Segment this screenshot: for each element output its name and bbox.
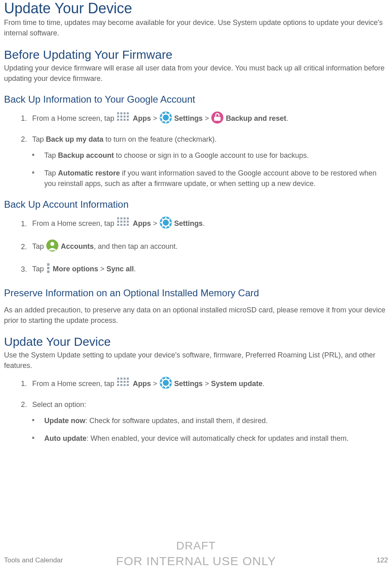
list-item: Select an option: Update now: Check for … [29, 399, 388, 444]
settings-gear-icon [159, 216, 172, 232]
paragraph-before: Updating your device firmware will erase… [4, 63, 388, 84]
label-apps: Apps [133, 380, 151, 388]
list-item: Tap Automatic restore if you want inform… [32, 168, 388, 189]
text: From a Home screen, tap [32, 380, 116, 388]
sublist: Tap Backup account to choose or sign in … [32, 150, 388, 189]
svg-rect-50 [47, 267, 50, 269]
list-item: Tap Back up my data to turn on the featu… [29, 134, 388, 189]
paragraph-preserve: As an added precaution, to preserve any … [4, 305, 388, 326]
list-backup-google: From a Home screen, tap Apps > Settings … [4, 111, 388, 189]
list-backup-account: From a Home screen, tap Apps > Settings.… [4, 216, 388, 277]
svg-rect-11 [127, 119, 129, 121]
svg-rect-49 [47, 263, 50, 266]
text: Select an option: [32, 401, 86, 409]
svg-rect-51 [47, 271, 50, 273]
list-item: Update now: Check for software updates, … [32, 415, 388, 426]
text: , and then tap an account. [94, 243, 177, 251]
settings-gear-icon [159, 111, 172, 127]
text: to choose or sign in to a Google account… [114, 151, 309, 159]
separator: > [203, 114, 211, 122]
text: : When enabled, your device will automat… [87, 434, 349, 442]
text: Tap [32, 243, 46, 251]
svg-rect-26 [120, 217, 122, 219]
svg-rect-33 [117, 224, 119, 226]
svg-rect-59 [127, 381, 129, 383]
apps-grid-icon [116, 217, 131, 231]
svg-rect-30 [120, 221, 122, 223]
text: : Check for software updates, and instal… [85, 417, 268, 425]
list-item: Tap More options > Sync all. [29, 262, 388, 277]
label-backup-my-data: Back up my data [46, 135, 103, 143]
footer-page-number: 122 [377, 556, 388, 566]
svg-rect-6 [124, 116, 126, 118]
list-update-device: From a Home screen, tap Apps > Settings … [4, 376, 388, 444]
svg-rect-62 [124, 384, 126, 386]
label-automatic-restore: Automatic restore [58, 169, 120, 177]
text: Tap [44, 151, 58, 159]
paragraph-intro: From time to time, updates may become av… [4, 17, 388, 38]
separator: > [98, 265, 107, 273]
svg-rect-35 [124, 224, 126, 226]
svg-rect-32 [127, 221, 129, 223]
svg-rect-1 [120, 112, 122, 114]
separator: > [151, 114, 159, 122]
svg-rect-56 [117, 381, 119, 383]
label-accounts: Accounts [61, 243, 94, 251]
svg-rect-5 [120, 116, 122, 118]
svg-rect-2 [124, 112, 126, 114]
label-backup-account: Backup account [58, 151, 114, 159]
heading-backup-account-info: Back Up Account Information [4, 198, 388, 211]
separator: > [151, 220, 159, 228]
apps-grid-icon [116, 377, 131, 392]
svg-rect-55 [127, 378, 129, 380]
text: Tap [32, 265, 46, 273]
svg-rect-31 [124, 221, 126, 223]
separator: > [151, 380, 159, 388]
svg-rect-28 [127, 217, 129, 219]
heading-backup-google: Back Up Information to Your Google Accou… [4, 93, 388, 105]
label-sync-all: Sync all [107, 265, 134, 273]
svg-rect-23 [214, 117, 221, 121]
svg-rect-27 [124, 217, 126, 219]
heading-before-updating: Before Updating Your Firmware [4, 48, 388, 62]
svg-rect-61 [120, 384, 122, 386]
svg-rect-25 [117, 217, 119, 219]
settings-gear-icon [159, 376, 172, 392]
svg-rect-0 [117, 112, 119, 114]
label-apps: Apps [133, 220, 151, 228]
svg-rect-29 [117, 221, 119, 223]
text: Tap [32, 135, 46, 143]
text: to turn on the feature (checkmark). [103, 135, 217, 143]
svg-rect-54 [124, 378, 126, 380]
list-item: From a Home screen, tap Apps > Settings … [29, 111, 388, 127]
svg-rect-36 [127, 224, 129, 226]
svg-rect-4 [117, 116, 119, 118]
watermark-line-1: DRAFT [0, 539, 392, 553]
label-settings: Settings [174, 380, 203, 388]
text: . [286, 114, 288, 122]
separator: > [203, 380, 211, 388]
list-item: Auto update: When enabled, your device w… [32, 433, 388, 444]
list-item: Tap Accounts, and then tap an account. [29, 239, 388, 255]
svg-rect-7 [127, 116, 129, 118]
apps-grid-icon [116, 112, 131, 126]
svg-rect-58 [124, 381, 126, 383]
label-auto-update: Auto update [44, 434, 87, 442]
text: From a Home screen, tap [32, 114, 116, 122]
paragraph-update: Use the System Update setting to update … [4, 350, 388, 371]
label-more-options: More options [53, 265, 98, 273]
list-item: From a Home screen, tap Apps > Settings … [29, 376, 388, 392]
list-item: From a Home screen, tap Apps > Settings. [29, 216, 388, 232]
svg-rect-63 [127, 384, 129, 386]
svg-rect-8 [117, 119, 119, 121]
heading-update-your-device: Update Your Device [4, 0, 388, 17]
heading-update-your-device-2: Update Your Device [4, 335, 388, 349]
svg-rect-9 [120, 119, 122, 121]
accounts-icon [46, 239, 59, 255]
text: Tap [44, 169, 58, 177]
footer-section-title: Tools and Calendar [4, 556, 63, 566]
label-update-now: Update now [44, 417, 85, 425]
svg-rect-3 [127, 112, 129, 114]
label-apps: Apps [133, 114, 151, 122]
svg-rect-60 [117, 384, 119, 386]
